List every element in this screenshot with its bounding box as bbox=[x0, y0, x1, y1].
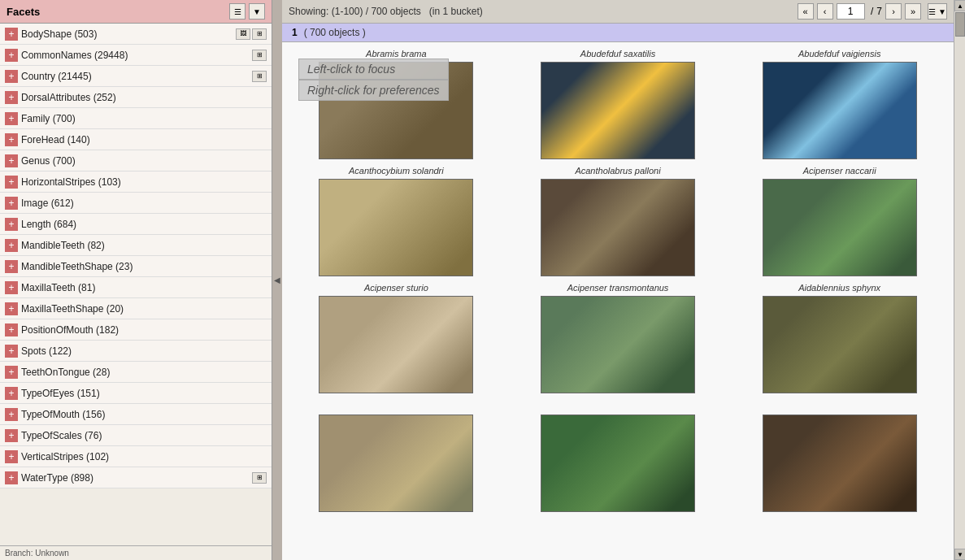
facet-controls-country: ⊞ bbox=[252, 71, 267, 82]
facet-plus-dorsalattributes[interactable]: + bbox=[5, 91, 18, 104]
fish-name-label: Acanthocybium solandri bbox=[349, 166, 444, 176]
fish-image[interactable] bbox=[763, 296, 917, 393]
facet-plus-verticalstripes[interactable]: + bbox=[5, 450, 18, 463]
grid-cell[interactable]: Acantholabrus palloni bbox=[511, 166, 726, 276]
facet-item-watertype: +WaterType (898)⊞ bbox=[0, 467, 272, 488]
facet-label-watertype: WaterType (898) bbox=[21, 472, 249, 484]
toolbar-info: Showing: (1-100) / 700 objects (in 1 buc… bbox=[289, 6, 791, 17]
grid-cell[interactable] bbox=[289, 400, 504, 512]
page-total: 7 bbox=[876, 6, 882, 17]
fish-image[interactable] bbox=[319, 296, 473, 393]
fish-image[interactable] bbox=[763, 179, 917, 276]
facet-item-typeofmouth: +TypeOfMouth (156) bbox=[0, 404, 272, 425]
fish-image[interactable] bbox=[541, 296, 695, 393]
facet-plus-forehead[interactable]: + bbox=[5, 133, 18, 146]
facet-plus-mandibleteeth[interactable]: + bbox=[5, 239, 18, 252]
facet-plus-length[interactable]: + bbox=[5, 218, 18, 231]
facet-item-image: +Image (612) bbox=[0, 193, 272, 214]
page-prev-btn[interactable]: ‹ bbox=[817, 3, 833, 20]
facet-grid-icon[interactable]: ⊞ bbox=[252, 472, 267, 484]
facet-item-teethontongue: +TeethOnTongue (28) bbox=[0, 362, 272, 383]
facet-label-verticalstripes: VerticalStripes (102) bbox=[21, 451, 267, 462]
facet-plus-watertype[interactable]: + bbox=[5, 471, 18, 484]
view-options-btn[interactable]: ☰ ▼ bbox=[928, 3, 947, 20]
grid-cell[interactable]: Abudefduf saxatilis bbox=[511, 49, 726, 159]
facet-grid-icon[interactable]: ⊞ bbox=[252, 50, 267, 61]
facet-plus-typeofeyes[interactable]: + bbox=[5, 387, 18, 400]
facet-plus-horizontalstripes[interactable]: + bbox=[5, 176, 18, 189]
fish-image[interactable] bbox=[319, 179, 473, 276]
grid-cell[interactable]: Abramis brama bbox=[289, 49, 504, 159]
facet-plus-maxillateeth[interactable]: + bbox=[5, 281, 18, 294]
fish-image[interactable] bbox=[319, 62, 473, 159]
grid-row-4 bbox=[289, 400, 947, 512]
page-input[interactable] bbox=[837, 3, 865, 20]
facet-item-country: +Country (21445)⊞ bbox=[0, 66, 272, 87]
facet-plus-teethontongue[interactable]: + bbox=[5, 366, 18, 379]
fish-name-label: Acipenser sturio bbox=[364, 283, 428, 293]
facet-plus-country[interactable]: + bbox=[5, 70, 18, 83]
facet-label-maxillateeth: MaxillaTeeth (81) bbox=[21, 282, 267, 293]
facet-item-spots: +Spots (122) bbox=[0, 341, 272, 362]
fish-image[interactable] bbox=[541, 62, 695, 159]
grid-row-3: Acipenser sturioAcipenser transmontanusA… bbox=[289, 283, 947, 393]
facet-controls-bodyshape: 🖼⊞ bbox=[236, 28, 267, 40]
facet-label-genus: Genus (700) bbox=[21, 155, 267, 167]
facet-label-teethontongue: TeethOnTongue (28) bbox=[21, 367, 267, 378]
facet-item-verticalstripes: +VerticalStripes (102) bbox=[0, 446, 272, 467]
sidebar-header: Facets ☰ ▼ bbox=[0, 0, 272, 24]
sidebar-list-view-btn[interactable]: ☰ bbox=[229, 3, 246, 20]
page-next-btn[interactable]: › bbox=[885, 3, 902, 20]
facet-item-forehead: +ForeHead (140) bbox=[0, 129, 272, 150]
facet-plus-family[interactable]: + bbox=[5, 112, 18, 125]
fish-image[interactable] bbox=[319, 415, 473, 512]
page-last-btn[interactable]: » bbox=[905, 3, 921, 20]
facet-grid-icon[interactable]: ⊞ bbox=[252, 71, 267, 82]
facet-item-dorsalattributes: +DorsalAttributes (252) bbox=[0, 87, 272, 108]
fish-image[interactable] bbox=[541, 415, 695, 512]
facet-label-dorsalattributes: DorsalAttributes (252) bbox=[21, 92, 267, 103]
fish-name-label: Abramis brama bbox=[366, 49, 427, 59]
facet-plus-positionofmouth[interactable]: + bbox=[5, 323, 18, 336]
grid-cell[interactable]: Acipenser transmontanus bbox=[511, 283, 726, 393]
page-separator: / bbox=[868, 6, 874, 17]
facet-label-positionofmouth: PositionOfMouth (182) bbox=[21, 324, 267, 336]
collapse-handle[interactable]: ◀ bbox=[272, 0, 282, 560]
page-first-btn[interactable]: « bbox=[798, 3, 814, 20]
scroll-down-btn[interactable]: ▼ bbox=[954, 549, 965, 560]
facet-grid-icon[interactable]: ⊞ bbox=[252, 28, 267, 40]
grid-cell[interactable]: Acanthocybium solandri bbox=[289, 166, 504, 276]
fish-image[interactable] bbox=[763, 62, 917, 159]
facet-plus-image[interactable]: + bbox=[5, 197, 18, 210]
facet-image-icon[interactable]: 🖼 bbox=[236, 28, 250, 40]
branch-info: Branch: Unknown bbox=[5, 549, 69, 558]
facet-item-family: +Family (700) bbox=[0, 108, 272, 129]
sidebar-grid-view-btn[interactable]: ▼ bbox=[249, 3, 265, 20]
facet-list: +BodyShape (503)🖼⊞+CommonNames (29448)⊞+… bbox=[0, 24, 272, 545]
facet-label-country: Country (21445) bbox=[21, 71, 249, 82]
facet-item-horizontalstripes: +HorizontalStripes (103) bbox=[0, 171, 272, 193]
grid-cell[interactable]: Acipenser naccarii bbox=[732, 166, 947, 276]
facet-item-length: +Length (684) bbox=[0, 214, 272, 235]
grid-cell[interactable]: Acipenser sturio bbox=[289, 283, 504, 393]
fish-image[interactable] bbox=[763, 415, 917, 512]
scroll-up-btn[interactable]: ▲ bbox=[954, 0, 965, 11]
fish-name-label: Abudefduf saxatilis bbox=[580, 49, 655, 59]
grid-cell[interactable]: Aidablennius sphynx bbox=[732, 283, 947, 393]
pagination: « ‹ / 7 › » bbox=[798, 3, 921, 20]
grid-cell[interactable] bbox=[732, 400, 947, 512]
grid-cell[interactable]: Abudefduf vaigiensis bbox=[732, 49, 947, 159]
facet-plus-mandibleteethshape[interactable]: + bbox=[5, 260, 18, 273]
facet-plus-commonnames[interactable]: + bbox=[5, 49, 18, 62]
scroll-thumb[interactable] bbox=[955, 12, 965, 37]
fish-image[interactable] bbox=[541, 179, 695, 276]
grid-cell[interactable] bbox=[511, 400, 726, 512]
facet-plus-spots[interactable]: + bbox=[5, 345, 18, 358]
facet-item-positionofmouth: +PositionOfMouth (182) bbox=[0, 319, 272, 341]
facet-plus-genus[interactable]: + bbox=[5, 154, 18, 167]
facet-plus-typeofscales[interactable]: + bbox=[5, 429, 18, 442]
facet-plus-maxillateethshape[interactable]: + bbox=[5, 302, 18, 315]
facet-plus-typeofmouth[interactable]: + bbox=[5, 408, 18, 421]
facet-plus-bodyshape[interactable]: + bbox=[5, 28, 18, 41]
bucket-bar: 1 ( 700 objects ) bbox=[282, 24, 954, 42]
